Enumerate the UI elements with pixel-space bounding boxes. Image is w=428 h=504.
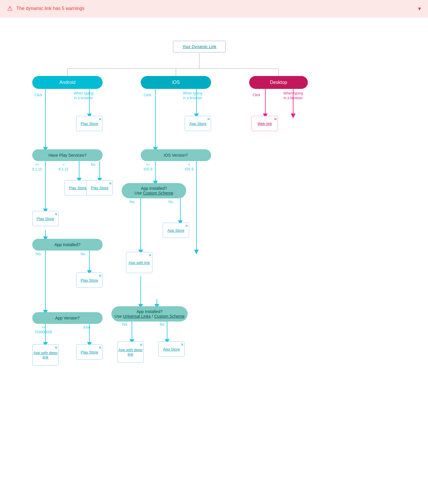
app-store-1-label[interactable]: App Store: [189, 121, 206, 126]
geq-ios9-label: >=iOS 9: [144, 163, 152, 172]
lt-ios9-label: <iOS 9: [185, 163, 193, 172]
no-custom-label: No: [169, 200, 173, 204]
external-link-icon-3: ⧉: [109, 182, 111, 185]
geq703-label: >=703000000: [32, 325, 55, 334]
external-link-icon-9: ⧉: [186, 224, 188, 228]
desktop-node: Desktop: [249, 76, 308, 89]
chevron-down-icon[interactable]: ▾: [418, 5, 421, 12]
yes-universal-label: Yes: [122, 322, 128, 327]
dynamic-link-node[interactable]: Your Dynamic Link: [173, 41, 226, 53]
dynamic-link-label[interactable]: Your Dynamic Link: [182, 44, 216, 49]
desktop-typing-label: When typingin a browser: [278, 91, 308, 100]
no-ps-label: No: [91, 163, 95, 167]
ios-version-node: iOS Version?: [141, 149, 211, 161]
ios-node: iOS: [141, 76, 211, 89]
no-universal-label: No: [160, 322, 164, 327]
no-android-label: No: [81, 252, 85, 257]
web-link-node[interactable]: ⧉ Web link: [252, 116, 278, 131]
warning-banner: ⚠ The dynamic link has 5 warnings ▾: [0, 0, 428, 17]
external-link-icon-8: ⧉: [208, 117, 210, 121]
app-deep-link-2-label[interactable]: App with deep link: [118, 348, 143, 356]
app-store-3-node[interactable]: ⧉ App Store: [158, 341, 185, 357]
play-store-2-label[interactable]: Play Store: [69, 186, 86, 190]
app-installed-universal-node: App Installed?Use Universal Links / Cust…: [111, 306, 188, 322]
app-deep-link-1-node[interactable]: ⧉ App with deep link: [32, 344, 59, 366]
external-link-icon-11: ⧉: [140, 343, 142, 346]
external-link-icon-12: ⧉: [181, 343, 183, 346]
android-click-label: Click: [35, 93, 42, 98]
play-services-node: Have Play Services?: [32, 149, 103, 161]
geq815-label: >=8.1.15: [32, 163, 42, 172]
web-link-label[interactable]: Web link: [257, 121, 272, 126]
play-store-4-label[interactable]: Play Store: [37, 217, 54, 221]
external-link-icon: ⧉: [99, 117, 101, 121]
desktop-click-label: Click: [253, 93, 260, 98]
app-store-2-label[interactable]: App Store: [167, 228, 184, 233]
app-store-2-node[interactable]: ⧉ App Store: [163, 223, 189, 238]
play-store-5-label[interactable]: Play Store: [81, 278, 98, 283]
external-link-icon-6: ⧉: [55, 346, 57, 349]
external-link-icon-4: ⧉: [55, 212, 57, 216]
else-label: Else: [84, 325, 90, 330]
app-version-node: App Version?: [32, 312, 103, 324]
app-with-link-label[interactable]: App with link: [129, 261, 150, 265]
external-link-icon-5: ⧉: [99, 274, 101, 278]
android-node: Android: [32, 76, 103, 89]
play-store-3-label[interactable]: Play Store: [91, 186, 108, 190]
external-link-icon-10: ⧉: [149, 253, 151, 257]
lt815-label: <8.1.15: [59, 163, 68, 172]
app-deep-link-2-node[interactable]: ⧉ App with deep link: [117, 341, 144, 363]
external-link-icon-7: ⧉: [99, 346, 101, 349]
play-store-1-node[interactable]: ⧉ Play Store: [76, 116, 103, 131]
play-store-6-label[interactable]: Play Store: [81, 350, 98, 354]
warning-text: The dynamic link has 5 warnings: [16, 6, 84, 11]
ios-typing-label: When typingin a browser: [179, 91, 206, 100]
external-link-icon-13: ⧉: [274, 117, 276, 121]
app-installed-custom-node: App Installed?Use Custom Scheme: [122, 183, 186, 198]
ios-click-label: Click: [144, 93, 151, 98]
android-typing-label: When typingin a browser: [70, 91, 97, 100]
app-store-3-label[interactable]: App Store: [163, 347, 180, 351]
app-with-link-node[interactable]: ⧉ App with link: [126, 252, 152, 273]
warning-icon: ⚠: [7, 5, 13, 12]
play-store-1-label[interactable]: Play Store: [81, 121, 98, 126]
play-store-5-node[interactable]: ⧉ Play Store: [76, 273, 103, 288]
app-store-1-node[interactable]: ⧉ App Store: [185, 116, 211, 131]
yes-android-label: Yes: [35, 252, 41, 257]
yes-custom-label: Yes: [129, 200, 135, 204]
app-deep-link-1-label[interactable]: App with deep link: [33, 351, 58, 359]
play-store-4-node[interactable]: ⧉ Play Store: [32, 211, 59, 226]
play-store-3-node[interactable]: ⧉ Play Store: [86, 180, 113, 195]
play-store-6-node[interactable]: ⧉ Play Store: [76, 344, 103, 360]
app-installed-android-node: App Installed?: [32, 239, 103, 251]
